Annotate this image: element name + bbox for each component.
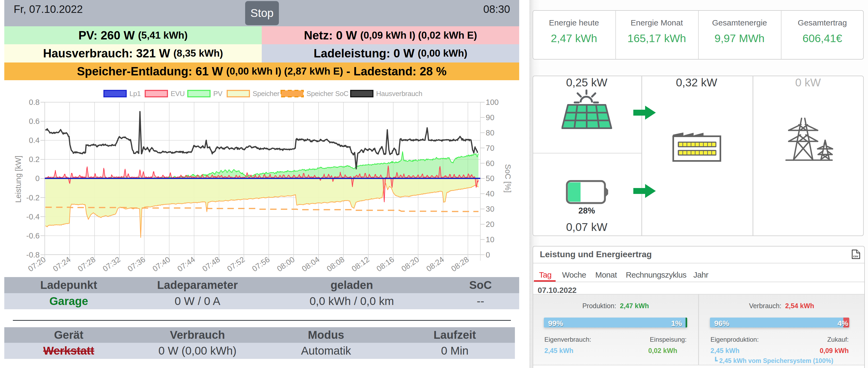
svg-text:PV: PV [213, 90, 223, 97]
svg-text:0.4: 0.4 [29, 136, 40, 145]
svg-text:Speicher SoC: Speicher SoC [307, 90, 348, 97]
svg-text:07:36: 07:36 [126, 255, 147, 273]
svg-text:Hausverbrauch: Hausverbrauch [376, 90, 422, 97]
svg-text:SoC [%]: SoC [%] [504, 164, 512, 193]
svg-text:08:28: 08:28 [450, 255, 470, 273]
svg-text:-0.2: -0.2 [26, 193, 40, 202]
svg-text:csv: csv [853, 255, 858, 258]
svg-text:Speicher: Speicher [253, 90, 280, 97]
svg-text:-0.4: -0.4 [26, 213, 40, 221]
svg-text:0.6: 0.6 [29, 117, 40, 125]
svg-text:07:40: 07:40 [151, 255, 172, 273]
svg-text:60: 60 [486, 159, 494, 168]
svg-text:0.8: 0.8 [29, 98, 40, 107]
svg-text:07:28: 07:28 [76, 255, 97, 273]
svg-text:10: 10 [486, 235, 494, 244]
svg-text:90: 90 [486, 113, 494, 122]
svg-text:80: 80 [486, 129, 494, 137]
svg-text:EVU: EVU [170, 90, 185, 97]
svg-text:0: 0 [486, 251, 490, 259]
svg-text:07:44: 07:44 [176, 255, 197, 273]
svg-text:07:48: 07:48 [201, 255, 222, 273]
svg-text:70: 70 [486, 144, 494, 152]
svg-text:20: 20 [486, 220, 494, 229]
svg-text:Lp1: Lp1 [129, 90, 141, 97]
svg-text:40: 40 [486, 189, 494, 198]
svg-text:08:04: 08:04 [300, 255, 321, 273]
svg-text:07:52: 07:52 [225, 255, 246, 273]
svg-text:0.2: 0.2 [29, 155, 40, 164]
svg-text:08:08: 08:08 [325, 255, 346, 273]
svg-text:50: 50 [486, 174, 494, 183]
svg-text:-0.6: -0.6 [26, 231, 40, 240]
svg-text:30: 30 [486, 205, 494, 213]
svg-text:Leistung [kW]: Leistung [kW] [14, 155, 23, 203]
svg-text:08:12: 08:12 [350, 255, 371, 273]
svg-text:07:24: 07:24 [52, 255, 72, 273]
svg-text:-0.8: -0.8 [26, 251, 40, 259]
svg-text:07:56: 07:56 [250, 255, 271, 273]
svg-text:08:16: 08:16 [375, 255, 396, 273]
svg-text:08:20: 08:20 [400, 255, 421, 273]
svg-text:08:00: 08:00 [275, 255, 296, 273]
svg-text:08:24: 08:24 [425, 255, 445, 273]
svg-text:07:32: 07:32 [101, 255, 122, 273]
svg-text:100: 100 [486, 98, 499, 107]
svg-text:0: 0 [35, 174, 40, 183]
